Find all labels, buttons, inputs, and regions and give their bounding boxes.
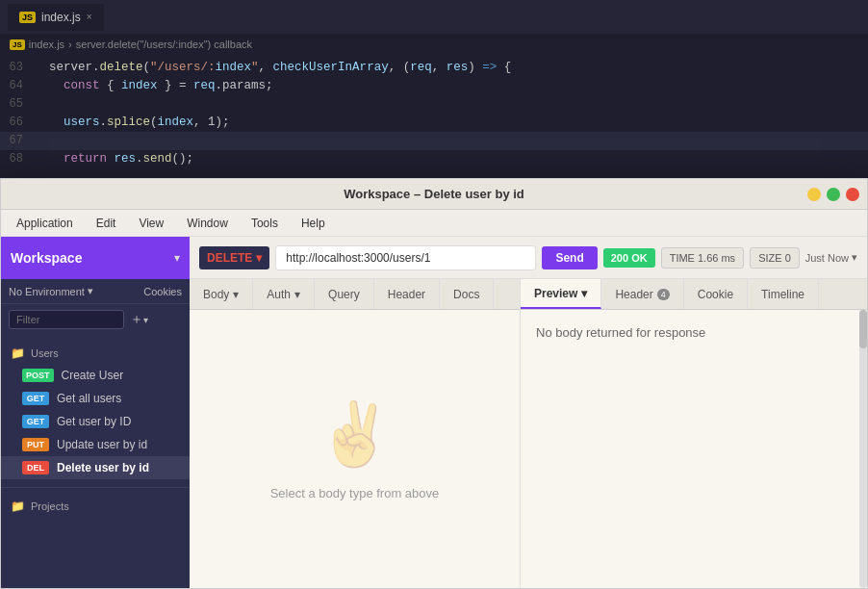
sidebar-item-update-user[interactable]: PUT Update user by id xyxy=(1,433,190,456)
sidebar-toolbar: No Environment ▾ Cookies xyxy=(1,279,190,304)
chevron-down-icon: ▾ xyxy=(143,315,148,325)
scrollbar-track[interactable] xyxy=(859,310,867,588)
body-hint-text: Select a body type from above xyxy=(270,486,440,500)
menu-window[interactable]: Window xyxy=(183,215,232,232)
breadcrumb-separator: › xyxy=(68,38,72,50)
plus-icon: ＋ xyxy=(130,311,143,328)
breadcrumb: JS index.js › server.delete("/users/:ind… xyxy=(0,34,868,55)
code-line-67: 67 xyxy=(0,132,868,150)
tab-docs[interactable]: Docs xyxy=(440,279,494,309)
hand-emoji-icon: ✌️ xyxy=(317,398,394,471)
editor-tab-indexjs[interactable]: JS index.js × xyxy=(8,4,104,31)
filter-input[interactable] xyxy=(9,310,124,329)
response-area: No body returned for response xyxy=(521,310,867,588)
sidebar-section-projects: 📁 Projects xyxy=(1,487,190,525)
code-line-63: 63 server.delete("/users/:index", checkU… xyxy=(0,59,868,77)
sidebar-section-users: 📁 Users POST Create User GET Get all use… xyxy=(1,335,190,487)
code-line-66: 66 users.splice(index, 1); xyxy=(0,114,868,132)
main-content: DELETE ▾ Send 200 OK TIME 1.66 ms SIZE 0… xyxy=(190,237,867,588)
tab-body-label: Body xyxy=(203,288,229,301)
breadcrumb-filename: index.js xyxy=(29,38,64,50)
tab-preview[interactable]: Preview ▾ xyxy=(521,279,601,309)
js-badge: JS xyxy=(19,12,36,23)
minimize-button[interactable] xyxy=(807,188,821,201)
sidebar: Workspace ▾ No Environment ▾ Cookies ＋ ▾ xyxy=(1,237,190,588)
item-label-update-user: Update user by id xyxy=(57,438,147,451)
size-badge: SIZE 0 xyxy=(750,247,800,269)
tab-cookie-label: Cookie xyxy=(698,288,733,301)
users-section-label: Users xyxy=(31,347,59,359)
code-line-65: 65 xyxy=(0,95,868,114)
tab-docs-label: Docs xyxy=(453,288,479,301)
send-button[interactable]: Send xyxy=(542,246,597,269)
modal-titlebar: Workspace – Delete user by id xyxy=(1,179,867,210)
request-tab-bar: Body ▾ Auth ▾ Query Header xyxy=(190,279,520,310)
code-line-69: 69 }); xyxy=(0,168,868,171)
projects-folder-icon: 📁 xyxy=(11,499,25,513)
tab-response-header-label: Header xyxy=(615,288,652,301)
tab-query[interactable]: Query xyxy=(315,279,374,309)
tab-auth[interactable]: Auth ▾ xyxy=(253,279,315,309)
menu-bar: Application Edit View Window Tools Help xyxy=(1,210,867,237)
env-arrow-icon: ▾ xyxy=(88,285,93,297)
sidebar-item-delete-user[interactable]: DEL Delete user by id xyxy=(1,456,190,479)
tab-body-arrow: ▾ xyxy=(233,288,239,301)
method-badge-del: DEL xyxy=(22,461,49,474)
projects-section-header[interactable]: 📁 Projects xyxy=(1,496,190,517)
workspace-dropdown-arrow[interactable]: ▾ xyxy=(174,251,180,265)
menu-application[interactable]: Application xyxy=(13,215,77,232)
environment-dropdown[interactable]: No Environment ▾ xyxy=(9,285,93,297)
left-pane: Body ▾ Auth ▾ Query Header xyxy=(190,279,521,588)
method-label: DELETE xyxy=(207,251,252,265)
breadcrumb-func: server.delete("/users/:index") callback xyxy=(76,38,252,50)
scrollbar-thumb[interactable] xyxy=(859,310,867,348)
response-tab-bar: Preview ▾ Header 4 Cookie Time xyxy=(521,279,867,310)
tab-timeline-label: Timeline xyxy=(761,288,804,301)
users-section-header[interactable]: 📁 Users xyxy=(1,343,190,364)
tab-response-header[interactable]: Header 4 xyxy=(601,279,683,309)
add-request-button[interactable]: ＋ ▾ xyxy=(130,311,148,328)
method-badge-get-id: GET xyxy=(22,415,49,428)
sidebar-item-get-user-by-id[interactable]: GET Get user by ID xyxy=(1,410,190,433)
env-label: No Environment xyxy=(9,286,85,297)
filter-row: ＋ ▾ xyxy=(1,304,190,335)
tab-header-label: Header xyxy=(388,288,425,301)
header-count-badge: 4 xyxy=(657,289,670,300)
tab-filename: index.js xyxy=(41,11,81,24)
url-input[interactable] xyxy=(275,245,536,270)
item-label-create-user: Create User xyxy=(62,369,124,382)
maximize-button[interactable] xyxy=(827,188,840,201)
cookies-button[interactable]: Cookies xyxy=(143,286,182,297)
tab-cookie[interactable]: Cookie xyxy=(684,279,748,309)
tab-timeline[interactable]: Timeline xyxy=(748,279,819,309)
close-button[interactable] xyxy=(846,188,859,201)
menu-tools[interactable]: Tools xyxy=(247,215,282,232)
menu-view[interactable]: View xyxy=(135,215,167,232)
sidebar-item-create-user[interactable]: POST Create User xyxy=(1,364,190,387)
method-badge-post: POST xyxy=(22,369,54,382)
menu-edit[interactable]: Edit xyxy=(92,215,120,232)
timestamp-arrow-icon: ▾ xyxy=(852,251,857,264)
item-label-get-all-users: Get all users xyxy=(57,392,121,405)
code-line-64: 64 const { index } = req.params; xyxy=(0,77,868,95)
tab-body[interactable]: Body ▾ xyxy=(190,279,253,309)
sidebar-item-get-all-users[interactable]: GET Get all users xyxy=(1,387,190,410)
method-select[interactable]: DELETE ▾ xyxy=(199,246,269,269)
method-badge-get-all: GET xyxy=(22,392,49,405)
modal-title: Workspace – Delete user by id xyxy=(344,187,524,201)
code-line-68: 68 return res.send(); xyxy=(0,150,868,168)
tab-query-label: Query xyxy=(328,288,360,301)
menu-help[interactable]: Help xyxy=(297,215,329,232)
folder-icon: 📁 xyxy=(11,346,25,360)
tab-auth-arrow: ▾ xyxy=(294,288,300,301)
insomnia-modal: Workspace – Delete user by id Applicatio… xyxy=(0,178,868,589)
projects-section-label: Projects xyxy=(31,500,69,512)
tab-header[interactable]: Header xyxy=(374,279,440,309)
method-badge-put: PUT xyxy=(22,438,49,451)
body-content-area: ✌️ Select a body type from above xyxy=(190,310,520,588)
tab-close-btn[interactable]: × xyxy=(87,12,92,22)
time-badge: TIME 1.66 ms xyxy=(661,247,744,269)
status-badge: 200 OK xyxy=(603,248,655,268)
workspace-label: Workspace xyxy=(11,250,166,266)
right-pane: Preview ▾ Header 4 Cookie Time xyxy=(521,279,867,588)
